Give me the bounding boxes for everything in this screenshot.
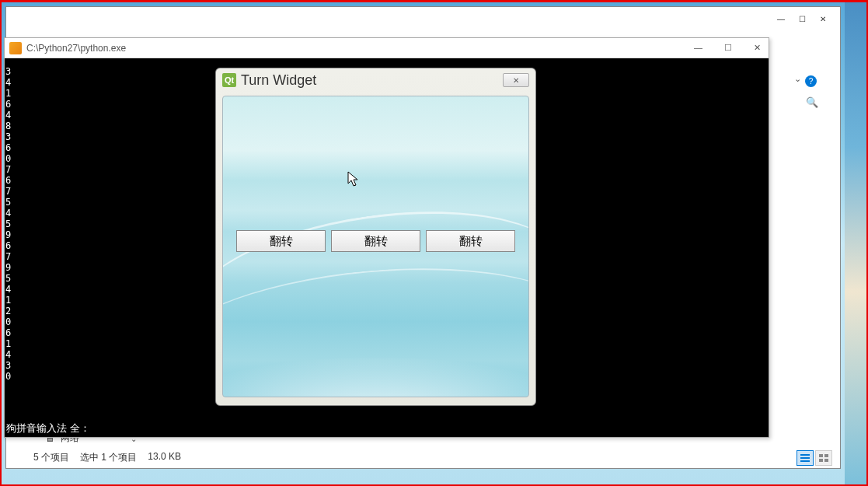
- console-title: C:\Python27\python.exe: [26, 43, 691, 54]
- console-minimize-button[interactable]: —: [691, 43, 706, 53]
- svg-rect-2: [800, 460, 810, 462]
- qt-dialog: Qt Turn Widget ✕ 翻转 翻转 翻转: [215, 68, 536, 406]
- status-size: 13.0 KB: [148, 451, 181, 464]
- explorer-search-icon[interactable]: 🔍: [806, 96, 818, 108]
- view-icons-icon: [818, 453, 829, 463]
- svg-rect-0: [800, 454, 810, 456]
- qt-dialog-body: 翻转 翻转 翻转: [222, 96, 529, 397]
- explorer-maximize-button[interactable]: ☐: [799, 15, 806, 23]
- python-icon: [9, 42, 22, 54]
- qt-close-button[interactable]: ✕: [503, 73, 529, 87]
- explorer-close-button[interactable]: ✕: [820, 15, 826, 23]
- explorer-ribbon-chevron-icon[interactable]: ⌄: [794, 74, 801, 84]
- view-details-button[interactable]: [797, 450, 814, 466]
- console-maximize-button[interactable]: ☐: [721, 43, 735, 53]
- explorer-view-buttons: [797, 450, 832, 466]
- explorer-help-icon[interactable]: ?: [805, 75, 817, 87]
- explorer-titlebar: — ☐ ✕: [739, 7, 840, 30]
- status-selected: 选中 1 个项目: [80, 451, 137, 464]
- svg-rect-5: [819, 459, 823, 462]
- qt-titlebar[interactable]: Qt Turn Widget ✕: [216, 68, 535, 92]
- turn-button-1[interactable]: 翻转: [236, 230, 326, 252]
- button-row: 翻转 翻转 翻转: [223, 230, 528, 252]
- explorer-statusbar: 5 个项目 选中 1 个项目 13.0 KB: [33, 451, 181, 464]
- console-close-button[interactable]: ✕: [751, 43, 764, 53]
- console-window-controls: — ☐ ✕: [691, 43, 764, 53]
- view-details-icon: [800, 453, 810, 463]
- console-titlebar[interactable]: C:\Python27\python.exe — ☐ ✕: [5, 38, 769, 58]
- svg-rect-6: [824, 459, 828, 462]
- ime-status: 狗拼音输入法 全：: [6, 421, 90, 435]
- status-item-count: 5 个项目: [33, 451, 69, 464]
- explorer-minimize-button[interactable]: —: [777, 15, 785, 23]
- qt-icon: Qt: [222, 73, 236, 87]
- turn-button-2[interactable]: 翻转: [331, 230, 420, 252]
- svg-rect-3: [819, 454, 823, 457]
- svg-rect-1: [800, 457, 810, 459]
- console-output: 3 4 1 6 4 8 3 6 0 7 6 7 5 4 5 9 6 7 9 5 …: [5, 66, 11, 382]
- qt-dialog-title: Turn Widget: [241, 72, 503, 89]
- turn-button-3[interactable]: 翻转: [426, 230, 515, 252]
- svg-rect-4: [824, 454, 828, 457]
- view-icons-button[interactable]: [815, 450, 832, 466]
